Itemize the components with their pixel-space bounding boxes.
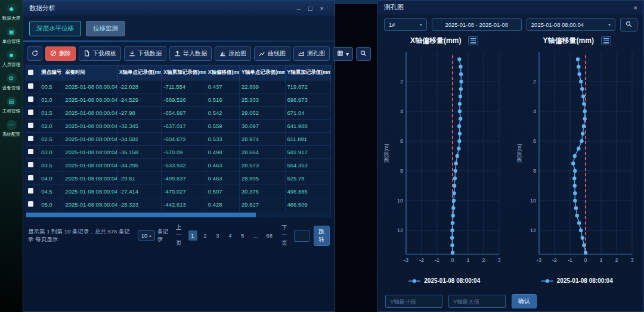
table-row[interactable]: 00.52025-01-08 08:00:04-22.028-711.5540.…	[26, 80, 331, 93]
x-tick-label: -3	[404, 257, 408, 263]
x-offset-chart-box: X轴偏移量(mm) -3-2-1012324681012测深(m) 2025-0…	[378, 34, 511, 286]
data-point	[453, 191, 456, 195]
y-max-input[interactable]	[448, 295, 506, 308]
toolbar-button-download[interactable]: 下载数据	[124, 46, 166, 61]
page-button-3[interactable]: 3	[213, 230, 222, 241]
page-button-1[interactable]: 1	[188, 230, 197, 241]
table-cell: -570.09	[162, 146, 206, 159]
y-min-input[interactable]	[385, 295, 442, 308]
page-button-68[interactable]: 68	[264, 230, 275, 241]
panel-title: 测孔图	[384, 3, 404, 12]
next-page-button[interactable]: 下一页	[279, 222, 290, 249]
toolbar-button-upload[interactable]: 导入数据	[169, 46, 212, 61]
select-all-checkbox[interactable]	[28, 70, 33, 75]
prev-page-button[interactable]: 上一页	[174, 222, 184, 249]
maximize-icon[interactable]: □	[308, 5, 312, 12]
columns-button[interactable]: ▾	[333, 47, 353, 61]
sidebar-item-5[interactable]: ▤工程管理	[0, 96, 23, 114]
y-tick-label: 12	[530, 227, 536, 233]
scrollbar-thumb[interactable]	[26, 213, 256, 217]
jump-button[interactable]: 跳转	[314, 226, 330, 246]
table-row[interactable]: 04.02025-01-08 08:00:04-29.61-499.6370.4…	[26, 172, 331, 185]
page-button-2[interactable]: 2	[201, 230, 210, 241]
table-row[interactable]: 03.52025-01-08 08:00:04-34.295-533.9320.…	[26, 159, 331, 172]
table-cell: -27.414	[117, 185, 161, 198]
sidebar-item-6[interactable]: ⋯系统配置	[0, 120, 23, 138]
close-icon[interactable]: ×	[320, 5, 324, 12]
sidebar-item-2[interactable]: ▣单位管理	[0, 27, 23, 45]
table-cell: -32.345	[117, 120, 161, 133]
curve-chart-icon	[259, 50, 265, 58]
sidebar-item-4[interactable]: ⚙设备管理	[0, 73, 23, 91]
tab-1[interactable]: 深层水平位移	[29, 21, 81, 36]
search-button[interactable]	[356, 47, 371, 61]
table-row[interactable]: 04.52025-01-08 08:00:04-27.414-470.0270.…	[26, 185, 331, 198]
page-button-4[interactable]: 4	[226, 230, 235, 241]
table-row[interactable]: 05.02025-01-08 08:00:04-25.323-442.6130.…	[26, 198, 331, 211]
data-point	[459, 95, 462, 98]
close-icon[interactable]: ×	[634, 4, 637, 11]
chart-search-button[interactable]	[620, 18, 637, 32]
table-cell: 2025-01-08 08:00:04	[63, 185, 117, 198]
table-row[interactable]: 03.02025-01-08 08:00:04-36.158-570.090.4…	[26, 146, 331, 159]
refresh-button[interactable]	[27, 46, 42, 61]
data-point	[583, 117, 586, 120]
date-range-picker[interactable]: 2025-01-08 - 2025-01-08	[432, 18, 522, 31]
data-point	[450, 236, 454, 239]
file-icon	[83, 50, 90, 58]
tabs-row: 深层水平位移位移监测	[23, 15, 335, 40]
toolbar-button-file[interactable]: 下载模板	[79, 46, 121, 61]
row-checkbox[interactable]	[28, 149, 33, 154]
toolbar-button-bar-chart[interactable]: 原始图	[215, 46, 251, 61]
table-row[interactable]: 02.52025-01-08 08:00:04-34.582-604.6720.…	[26, 133, 331, 146]
data-point	[572, 184, 576, 188]
table-row[interactable]: 02.02025-01-08 08:00:04-32.345-637.0170.…	[26, 120, 331, 133]
page-button-5[interactable]: 5	[239, 230, 247, 241]
row-checkbox[interactable]	[28, 110, 33, 115]
toolbar-button-delete[interactable]: 删除	[45, 46, 76, 61]
jump-page-input[interactable]	[294, 230, 309, 242]
sidebar-item-3[interactable]: ☻人员管理	[0, 50, 23, 68]
horizontal-scrollbar[interactable]	[26, 213, 332, 217]
table-cell: 2025-01-08 08:00:04	[63, 93, 117, 107]
sidebar-item-1[interactable]: ◆数据大屏	[0, 4, 23, 21]
datetime-value: 2025-01-08 08:00:04	[531, 21, 584, 28]
row-checkbox[interactable]	[28, 175, 33, 180]
search-icon	[626, 21, 632, 29]
table-cell: 0.507	[206, 185, 239, 198]
table-cell: -24.529	[117, 93, 161, 107]
row-checkbox[interactable]	[28, 136, 33, 141]
table-cell: 2025-01-08 08:00:04	[63, 80, 117, 93]
data-point	[573, 199, 577, 202]
row-checkbox[interactable]	[28, 83, 33, 89]
chevron-up-icon: ▴	[149, 233, 151, 238]
bar-chart-icon	[219, 50, 226, 58]
menu-icon[interactable]	[468, 36, 478, 45]
toolbar-button-curve-chart[interactable]: 曲线图	[254, 46, 290, 61]
row-checkbox[interactable]	[28, 188, 33, 194]
row-checkbox[interactable]	[28, 201, 33, 207]
confirm-button[interactable]: 确认	[512, 294, 537, 308]
table-cell: -533.932	[162, 159, 206, 172]
table-row[interactable]: 01.02025-01-08 08:00:04-24.529-689.5260.…	[26, 93, 331, 107]
row-checkbox[interactable]	[28, 96, 33, 102]
delete-icon	[50, 50, 57, 58]
x-tick-label: 3	[630, 257, 633, 263]
minimize-icon[interactable]: –	[297, 5, 301, 12]
row-checkbox[interactable]	[28, 162, 33, 167]
page-size-value: 10	[141, 232, 148, 239]
y-axis-bounds-controls: 确认	[378, 286, 643, 308]
toolbar-button-label: 测孔图	[307, 49, 325, 58]
toolbar-button-area-chart[interactable]: 测孔图	[293, 46, 330, 61]
datetime-select[interactable]: 2025-01-08 08:00:04 ▾	[527, 18, 615, 31]
menu-icon[interactable]	[601, 36, 611, 45]
y-tick-label: 8	[533, 168, 536, 174]
point-select[interactable]: 1# ▾	[384, 18, 427, 31]
tab-2[interactable]: 位移监测	[86, 21, 125, 36]
page-size-select[interactable]: 10 ▴	[138, 230, 155, 241]
app-sidebar: ◆数据大屏▣单位管理☻人员管理⚙设备管理▤工程管理⋯系统配置	[0, 0, 23, 312]
table-row[interactable]: 01.52025-01-08 08:00:04-27.98-654.9970.5…	[26, 107, 331, 120]
table-cell: -29.61	[117, 172, 161, 185]
x-chart-title: X轴偏移量(mm)	[410, 36, 461, 46]
row-checkbox[interactable]	[28, 123, 33, 128]
